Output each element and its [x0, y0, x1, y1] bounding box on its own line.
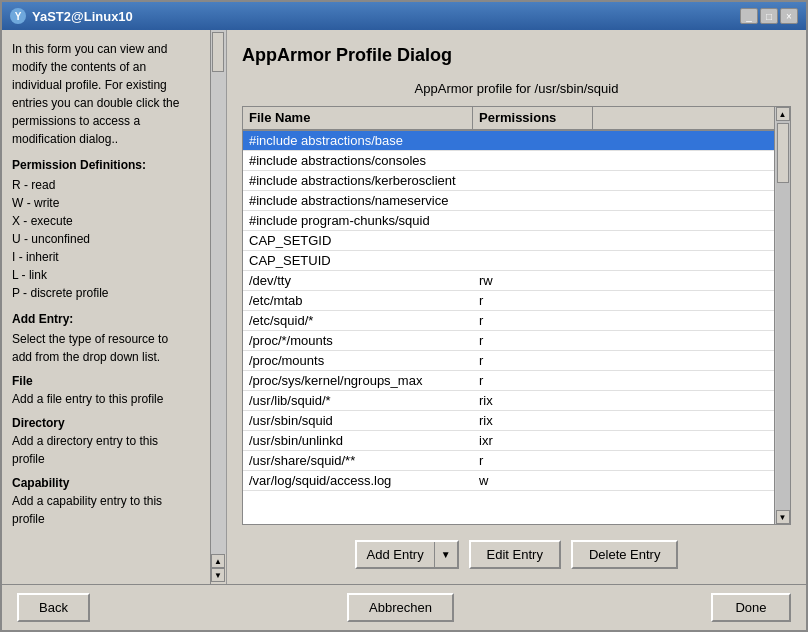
- add-entry-arrow[interactable]: ▼: [435, 544, 457, 565]
- profile-table: File Name Permissions #include abstracti…: [242, 106, 791, 525]
- cell-permissions: [473, 171, 593, 190]
- title-bar: Y YaST2@Linux10 _ □ ×: [2, 2, 806, 30]
- close-button[interactable]: ×: [780, 8, 798, 24]
- cancel-button[interactable]: Abbrechen: [347, 593, 454, 622]
- cell-permissions: r: [473, 311, 593, 330]
- table-row[interactable]: /usr/share/squid/**r: [243, 451, 774, 471]
- directory-title: Directory: [12, 414, 188, 432]
- back-button[interactable]: Back: [17, 593, 90, 622]
- table-row[interactable]: /usr/sbin/unlinkdixr: [243, 431, 774, 451]
- cell-permissions: rix: [473, 411, 593, 430]
- table-row[interactable]: #include abstractions/nameservice: [243, 191, 774, 211]
- cell-extra: [593, 331, 774, 350]
- capability-text: Add a capability entry to this profile: [12, 492, 188, 528]
- cell-extra: [593, 311, 774, 330]
- table-header: File Name Permissions: [243, 107, 790, 131]
- minimize-button[interactable]: _: [740, 8, 758, 24]
- cell-permissions: rix: [473, 391, 593, 410]
- permission-title: Permission Definitions:: [12, 156, 188, 174]
- cell-filename: /etc/squid/*: [243, 311, 473, 330]
- cell-extra: [593, 191, 774, 210]
- table-row[interactable]: /etc/squid/*r: [243, 311, 774, 331]
- perm-u: U - unconfined: [12, 230, 188, 248]
- scroll-down-icon[interactable]: ▼: [211, 568, 225, 582]
- table-row[interactable]: /usr/lib/squid/*rix: [243, 391, 774, 411]
- perm-i: I - inherit: [12, 248, 188, 266]
- cell-permissions: [473, 231, 593, 250]
- intro-text: In this form you can view and modify the…: [12, 40, 188, 148]
- cell-extra: [593, 231, 774, 250]
- table-row[interactable]: /dev/ttyrw: [243, 271, 774, 291]
- cell-extra: [593, 431, 774, 450]
- table-body[interactable]: #include abstractions/base#include abstr…: [243, 131, 790, 524]
- cell-permissions: [473, 131, 593, 150]
- add-entry-text: Select the type of resource to add from …: [12, 330, 188, 366]
- table-action-buttons: Add Entry ▼ Edit Entry Delete Entry: [242, 540, 791, 569]
- cell-filename: CAP_SETUID: [243, 251, 473, 270]
- cell-extra: [593, 471, 774, 490]
- delete-entry-button[interactable]: Delete Entry: [571, 540, 679, 569]
- cell-extra: [593, 131, 774, 150]
- cell-filename: /etc/mtab: [243, 291, 473, 310]
- left-scroll-thumb[interactable]: [212, 32, 224, 72]
- table-row[interactable]: /var/log/squid/access.logw: [243, 471, 774, 491]
- right-panel: AppArmor Profile Dialog AppArmor profile…: [227, 30, 806, 584]
- cell-permissions: ixr: [473, 431, 593, 450]
- cell-extra: [593, 371, 774, 390]
- table-scroll-down[interactable]: ▼: [776, 510, 790, 524]
- content-area: In this form you can view and modify the…: [2, 30, 806, 584]
- cell-extra: [593, 251, 774, 270]
- cell-filename: CAP_SETGID: [243, 231, 473, 250]
- cell-filename: /usr/lib/squid/*: [243, 391, 473, 410]
- main-window: Y YaST2@Linux10 _ □ × In this form you c…: [0, 0, 808, 632]
- table-row[interactable]: #include abstractions/base: [243, 131, 774, 151]
- cell-permissions: w: [473, 471, 593, 490]
- cell-permissions: [473, 251, 593, 270]
- title-bar-left: Y YaST2@Linux10: [10, 8, 133, 24]
- done-button[interactable]: Done: [711, 593, 791, 622]
- cell-extra: [593, 411, 774, 430]
- table-row[interactable]: /usr/sbin/squidrix: [243, 411, 774, 431]
- perm-x: X - execute: [12, 212, 188, 230]
- cell-filename: #include abstractions/consoles: [243, 151, 473, 170]
- cell-filename: #include abstractions/base: [243, 131, 473, 150]
- table-row[interactable]: #include abstractions/consoles: [243, 151, 774, 171]
- left-panel-text: In this form you can view and modify the…: [12, 40, 206, 528]
- capability-title: Capability: [12, 474, 188, 492]
- table-row[interactable]: /etc/mtabr: [243, 291, 774, 311]
- cell-extra: [593, 351, 774, 370]
- directory-text: Add a directory entry to this profile: [12, 432, 188, 468]
- left-panel-scroll-bottom: ▲ ▼: [210, 554, 226, 584]
- add-entry-title: Add Entry:: [12, 310, 188, 328]
- add-entry-button[interactable]: Add Entry: [357, 542, 435, 567]
- table-row[interactable]: /proc/mountsr: [243, 351, 774, 371]
- perm-w: W - write: [12, 194, 188, 212]
- table-scroll-up[interactable]: ▲: [776, 107, 790, 121]
- cell-permissions: [473, 151, 593, 170]
- table-row[interactable]: CAP_SETUID: [243, 251, 774, 271]
- add-entry-dropdown[interactable]: Add Entry ▼: [355, 540, 459, 569]
- cell-extra: [593, 151, 774, 170]
- maximize-button[interactable]: □: [760, 8, 778, 24]
- table-row[interactable]: #include program-chunks/squid: [243, 211, 774, 231]
- window-title: YaST2@Linux10: [32, 9, 133, 24]
- scroll-up-icon[interactable]: ▲: [211, 554, 225, 568]
- cell-permissions: [473, 191, 593, 210]
- profile-subtitle: AppArmor profile for /usr/sbin/squid: [242, 81, 791, 96]
- cell-extra: [593, 211, 774, 230]
- cell-filename: #include program-chunks/squid: [243, 211, 473, 230]
- cell-permissions: r: [473, 371, 593, 390]
- table-scroll-thumb[interactable]: [777, 123, 789, 183]
- table-row[interactable]: /proc/*/mountsr: [243, 331, 774, 351]
- col-permissions: Permissions: [473, 107, 593, 129]
- table-row[interactable]: CAP_SETGID: [243, 231, 774, 251]
- cell-extra: [593, 171, 774, 190]
- edit-entry-button[interactable]: Edit Entry: [469, 540, 561, 569]
- table-row[interactable]: /proc/sys/kernel/ngroups_maxr: [243, 371, 774, 391]
- cell-permissions: r: [473, 351, 593, 370]
- file-text: Add a file entry to this profile: [12, 390, 188, 408]
- col-extra: [593, 107, 790, 129]
- cell-permissions: r: [473, 291, 593, 310]
- perm-r: R - read: [12, 176, 188, 194]
- table-row[interactable]: #include abstractions/kerberosclient: [243, 171, 774, 191]
